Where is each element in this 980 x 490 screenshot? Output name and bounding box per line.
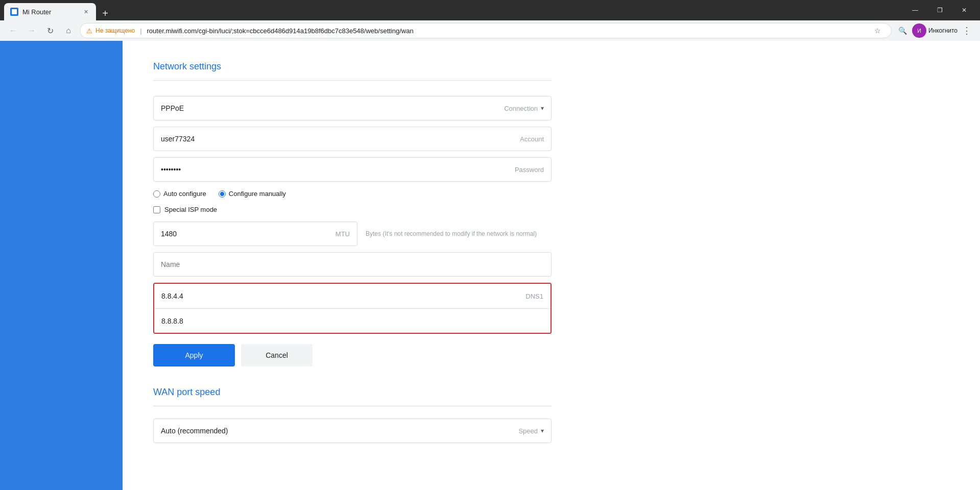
back-button[interactable]: ← xyxy=(6,23,20,38)
section-divider xyxy=(153,80,552,81)
refresh-button[interactable]: ↻ xyxy=(43,23,57,38)
address-bar-row: ← → ↻ ⌂ ⚠ Не защищено | router.miwifi.co… xyxy=(0,20,980,41)
radio-manual-label: Configure manually xyxy=(229,190,286,198)
button-row: Apply Cancel xyxy=(153,344,552,366)
address-bar-actions: 🔍 И Инкогнито ⋮ xyxy=(896,23,974,38)
dns2-field[interactable] xyxy=(154,308,551,333)
radio-auto-configure[interactable]: Auto configure xyxy=(153,190,206,198)
special-isp-input[interactable] xyxy=(153,206,160,213)
tab-label: Mi Router xyxy=(22,8,78,16)
account-label: Account xyxy=(520,135,544,143)
search-icon[interactable]: 🔍 xyxy=(896,23,910,38)
radio-manual-input[interactable] xyxy=(219,190,226,198)
radio-auto-input[interactable] xyxy=(153,190,160,198)
wan-speed-title: WAN port speed xyxy=(153,387,552,398)
lock-icon: ⚠ xyxy=(86,27,92,35)
section-title-network: Network settings xyxy=(153,61,552,72)
configure-radio-group: Auto configure Configure manually xyxy=(153,188,552,200)
radio-auto-label: Auto configure xyxy=(163,190,206,198)
dns2-input[interactable] xyxy=(161,317,543,325)
special-isp-label: Special ISP mode xyxy=(164,206,217,213)
network-settings-section: Network settings PPPoE Connection ▾ Acco… xyxy=(153,61,552,366)
new-tab-button[interactable]: + xyxy=(98,6,112,20)
wan-speed-field[interactable]: Auto (recommended) Speed ▾ xyxy=(153,419,552,443)
window-controls: — ❐ ✕ xyxy=(903,0,976,20)
cancel-button[interactable]: Cancel xyxy=(241,344,313,366)
browser-titlebar: Mi Router ✕ + — ❐ ✕ xyxy=(0,0,980,20)
connection-field[interactable]: PPPoE Connection ▾ xyxy=(153,96,552,120)
account-field[interactable]: Account xyxy=(153,127,552,151)
dns-section: DNS1 xyxy=(153,283,552,334)
active-tab[interactable]: Mi Router ✕ xyxy=(4,3,96,20)
mtu-note: Bytes (It's not recommended to modify if… xyxy=(366,230,552,237)
tab-close-button[interactable]: ✕ xyxy=(82,8,90,16)
mtu-field[interactable]: MTU xyxy=(153,222,357,246)
connection-dropdown[interactable]: Connection ▾ xyxy=(504,105,544,112)
sidebar xyxy=(0,41,123,490)
mtu-input[interactable] xyxy=(161,230,336,238)
wan-speed-value: Auto (recommended) xyxy=(161,427,228,435)
wan-divider xyxy=(153,406,552,406)
name-field[interactable] xyxy=(153,252,552,277)
dns1-field[interactable]: DNS1 xyxy=(154,284,551,308)
wan-speed-dropdown[interactable]: Speed ▾ xyxy=(518,427,544,435)
not-secure-label: Не защищено xyxy=(95,27,135,34)
wan-speed-dropdown-arrow: ▾ xyxy=(541,427,544,434)
mtu-row: MTU Bytes (It's not recommended to modif… xyxy=(153,222,552,246)
incognito-label: Инкогнито xyxy=(928,27,958,34)
tab-favicon xyxy=(10,8,18,16)
forward-button[interactable]: → xyxy=(25,23,39,38)
browser-menu-button[interactable]: ⋮ xyxy=(960,23,974,38)
page-container: Network settings PPPoE Connection ▾ Acco… xyxy=(0,41,980,490)
maximize-button[interactable]: ❐ xyxy=(928,0,951,20)
dns1-input[interactable] xyxy=(161,292,525,300)
close-window-button[interactable]: ✕ xyxy=(952,0,976,20)
apply-button[interactable]: Apply xyxy=(153,344,235,366)
wan-port-speed-section: WAN port speed Auto (recommended) Speed … xyxy=(153,387,552,443)
mtu-label: MTU xyxy=(336,230,350,238)
password-label: Password xyxy=(515,166,544,174)
name-input[interactable] xyxy=(161,260,544,268)
home-button[interactable]: ⌂ xyxy=(61,23,76,38)
star-icon[interactable]: ☆ xyxy=(871,23,885,38)
password-field[interactable]: Password xyxy=(153,157,552,182)
url-text: router.miwifi.com/cgi-bin/luci/;stok=cbc… xyxy=(147,27,868,35)
account-input[interactable] xyxy=(161,135,520,143)
address-bar[interactable]: ⚠ Не защищено | router.miwifi.com/cgi-bi… xyxy=(80,23,892,38)
radio-configure-manually[interactable]: Configure manually xyxy=(219,190,286,198)
connection-dropdown-arrow: ▾ xyxy=(541,105,544,112)
minimize-button[interactable]: — xyxy=(903,0,927,20)
special-isp-mode-checkbox[interactable]: Special ISP mode xyxy=(153,206,552,213)
connection-value: PPPoE xyxy=(161,104,184,112)
password-input[interactable] xyxy=(161,165,515,174)
profile-button[interactable]: И xyxy=(912,23,926,38)
content-area: Network settings PPPoE Connection ▾ Acco… xyxy=(123,41,980,490)
tab-bar: Mi Router ✕ + xyxy=(4,0,903,20)
dns1-label: DNS1 xyxy=(525,292,543,300)
